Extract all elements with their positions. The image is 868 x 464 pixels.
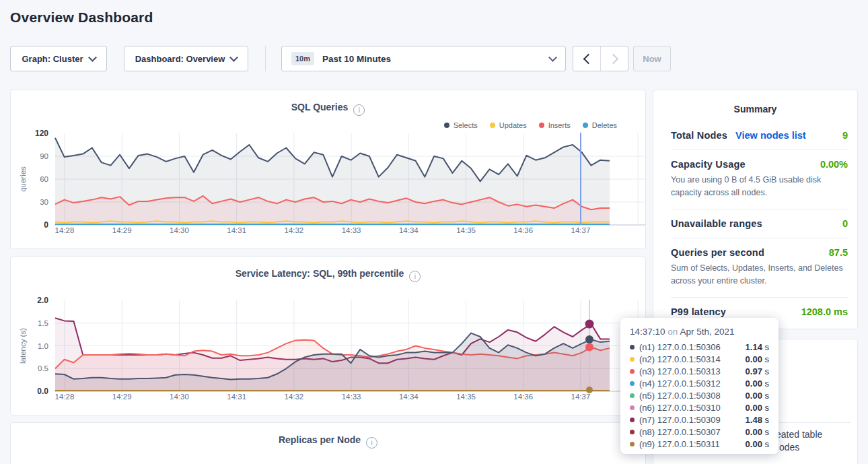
service-latency-chart[interactable]: 2.01.51.00.50.014:2814:2914:3014:3114:32… bbox=[11, 257, 645, 415]
node-color-dot bbox=[630, 430, 635, 434]
overview-dashboard-page: Overview Dashboard Graph: Cluster Dashbo… bbox=[0, 0, 868, 464]
summary-row-capacity: Capacity Usage 0.00% You are using 0 B o… bbox=[671, 150, 848, 209]
svg-text:60: 60 bbox=[40, 175, 48, 183]
event-item-fragment: odes bbox=[779, 442, 799, 453]
sql-queries-card: SQL Queriesi SelectsUpdatesInsertsDelete… bbox=[10, 90, 646, 249]
svg-text:14:30: 14:30 bbox=[170, 393, 189, 401]
node-latency-value: 0.00 s bbox=[746, 439, 769, 449]
svg-text:14:29: 14:29 bbox=[112, 393, 132, 401]
svg-text:1.5: 1.5 bbox=[38, 319, 48, 327]
svg-text:1.0: 1.0 bbox=[38, 342, 48, 350]
total-nodes-value: 9 bbox=[842, 130, 848, 141]
summary-title: Summary bbox=[653, 90, 857, 114]
svg-text:0: 0 bbox=[44, 220, 48, 230]
tooltip-node-row: (n2) 127.0.0.1:503140.00 s bbox=[630, 353, 769, 365]
qps-label: Queries per second bbox=[671, 247, 764, 258]
time-range-label: Past 10 Minutes bbox=[322, 54, 391, 64]
node-color-dot bbox=[630, 369, 635, 374]
service-latency-card: Service Latency: SQL, 99th percentilei 2… bbox=[10, 256, 646, 416]
now-button[interactable]: Now bbox=[633, 46, 671, 71]
graph-dropdown[interactable]: Graph: Cluster bbox=[10, 46, 107, 71]
svg-text:14:31: 14:31 bbox=[227, 393, 246, 401]
chevron-down-icon bbox=[229, 53, 238, 62]
qps-description: Sum of Selects, Updates, Inserts, and De… bbox=[671, 262, 848, 288]
info-icon[interactable]: i bbox=[366, 437, 377, 449]
svg-text:14:34: 14:34 bbox=[399, 226, 419, 234]
node-color-dot bbox=[630, 393, 635, 398]
svg-text:14:30: 14:30 bbox=[170, 226, 189, 234]
time-next-button[interactable] bbox=[600, 46, 628, 71]
unavailable-ranges-label: Unavailable ranges bbox=[671, 218, 762, 229]
node-latency-value: 0.00 s bbox=[746, 391, 769, 401]
svg-text:14:33: 14:33 bbox=[342, 226, 361, 234]
summary-row-total-nodes: Total Nodes View nodes list 9 bbox=[671, 121, 848, 150]
node-address: (n1) 127.0.0.1:50306 bbox=[639, 342, 741, 352]
total-nodes-label: Total Nodes bbox=[671, 130, 727, 141]
p99-latency-value: 1208.0 ms bbox=[801, 306, 848, 317]
time-step-buttons bbox=[573, 46, 628, 71]
tooltip-node-row: (n4) 127.0.0.1:503120.00 s bbox=[630, 377, 769, 389]
chevron-down-icon bbox=[548, 53, 557, 62]
svg-text:90: 90 bbox=[40, 152, 48, 160]
chart-hover-tooltip: 14:37:10 on Apr 5th, 2021 (n1) 127.0.0.1… bbox=[620, 318, 779, 454]
svg-text:14:35: 14:35 bbox=[456, 226, 476, 234]
summary-panel: Summary Total Nodes View nodes list 9 Ca… bbox=[653, 90, 858, 329]
tooltip-timestamp: 14:37:10 on Apr 5th, 2021 bbox=[630, 327, 769, 337]
time-range-dropdown[interactable]: 10m Past 10 Minutes bbox=[281, 46, 566, 71]
event-item-fragment: eated table bbox=[776, 429, 822, 440]
tooltip-node-row: (n3) 127.0.0.1:503130.97 s bbox=[630, 365, 769, 377]
capacity-usage-value: 0.00% bbox=[820, 159, 848, 170]
svg-text:14:36: 14:36 bbox=[513, 226, 533, 234]
tooltip-node-row: (n6) 127.0.0.1:503100.00 s bbox=[630, 401, 769, 413]
node-address: (n9) 127.0.0.1:50311 bbox=[639, 439, 741, 449]
sql-queries-chart[interactable]: 120906030014:2814:2914:3014:3114:3214:33… bbox=[11, 90, 645, 248]
svg-text:14:28: 14:28 bbox=[55, 393, 75, 401]
svg-text:30: 30 bbox=[40, 198, 48, 206]
svg-text:14:37: 14:37 bbox=[571, 226, 591, 234]
svg-text:0.0: 0.0 bbox=[37, 387, 48, 396]
time-prev-button[interactable] bbox=[573, 46, 600, 71]
node-latency-value: 0.00 s bbox=[746, 354, 769, 364]
svg-text:14:32: 14:32 bbox=[284, 393, 303, 401]
summary-row-qps: Queries per second 87.5 Sum of Selects, … bbox=[671, 238, 848, 298]
dashboard-dropdown[interactable]: Dashboard: Overview bbox=[124, 46, 248, 71]
node-color-dot bbox=[630, 357, 635, 362]
node-color-dot bbox=[630, 345, 635, 350]
dashboard-dropdown-label: Dashboard: Overview bbox=[135, 54, 225, 64]
svg-text:14:35: 14:35 bbox=[456, 393, 476, 401]
svg-text:120: 120 bbox=[35, 129, 48, 138]
page-title: Overview Dashboard bbox=[10, 9, 153, 26]
graph-dropdown-label: Graph: Cluster bbox=[22, 54, 83, 64]
chevron-right-icon bbox=[608, 53, 618, 64]
summary-row-unavailable-ranges: Unavailable ranges 0 bbox=[671, 209, 848, 238]
capacity-usage-label: Capacity Usage bbox=[671, 159, 746, 170]
svg-text:14:36: 14:36 bbox=[513, 393, 533, 401]
svg-text:0.5: 0.5 bbox=[38, 364, 48, 372]
svg-text:2.0: 2.0 bbox=[37, 296, 48, 305]
node-address: (n2) 127.0.0.1:50314 bbox=[639, 354, 741, 364]
svg-text:14:33: 14:33 bbox=[342, 393, 361, 401]
chevron-left-icon bbox=[583, 53, 593, 64]
time-range-badge: 10m bbox=[291, 52, 314, 65]
svg-text:14:34: 14:34 bbox=[399, 393, 419, 401]
tooltip-node-row: (n5) 127.0.0.1:503080.00 s bbox=[630, 389, 769, 401]
svg-text:14:32: 14:32 bbox=[284, 226, 303, 234]
node-address: (n8) 127.0.0.1:50307 bbox=[639, 427, 741, 437]
node-latency-value: 1.48 s bbox=[746, 415, 769, 425]
tooltip-node-row: (n1) 127.0.0.1:503061.14 s bbox=[630, 341, 769, 353]
svg-text:queries: queries bbox=[19, 166, 27, 192]
unavailable-ranges-value: 0 bbox=[842, 218, 848, 229]
replicas-per-node-card: Replicas per Nodei bbox=[10, 422, 646, 464]
svg-text:14:29: 14:29 bbox=[112, 226, 132, 234]
tooltip-node-row: (n9) 127.0.0.1:503110.00 s bbox=[630, 438, 769, 450]
tooltip-node-row: (n8) 127.0.0.1:503070.00 s bbox=[630, 426, 769, 438]
svg-text:14:31: 14:31 bbox=[227, 226, 246, 234]
node-color-dot bbox=[630, 418, 635, 422]
controls-divider bbox=[265, 46, 266, 71]
view-nodes-list-link[interactable]: View nodes list bbox=[735, 130, 806, 141]
node-color-dot bbox=[630, 381, 635, 386]
node-latency-value: 0.00 s bbox=[746, 378, 769, 389]
node-color-dot bbox=[630, 405, 635, 410]
qps-value: 87.5 bbox=[829, 247, 848, 258]
node-latency-value: 0.00 s bbox=[746, 427, 769, 437]
